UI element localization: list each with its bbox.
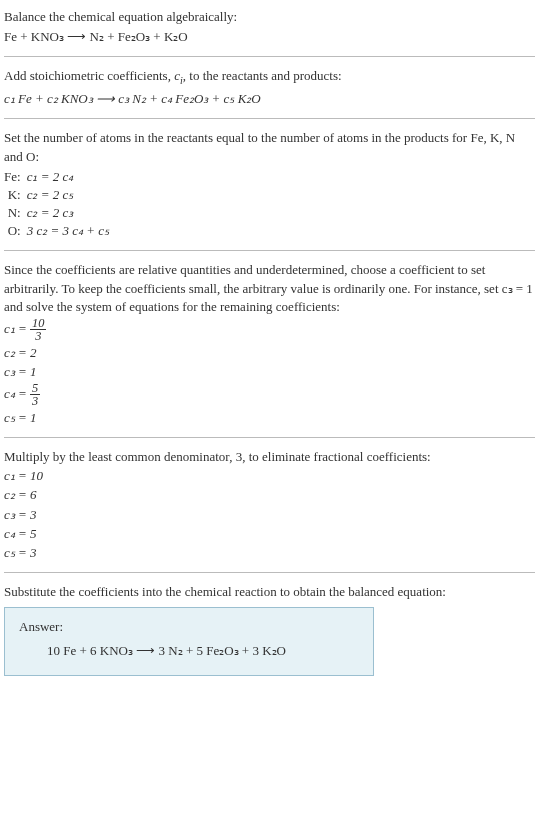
table-row: N: c₂ = 2 c₃ xyxy=(4,204,109,222)
atom-expr: c₂ = 2 c₅ xyxy=(27,186,109,204)
equation-unbalanced: Fe + KNO₃ ⟶ N₂ + Fe₂O₃ + K₂O xyxy=(4,28,535,46)
frac-den: 3 xyxy=(30,395,40,407)
coef-c4: c₄ = 5 xyxy=(4,525,535,543)
fraction: 53 xyxy=(30,382,40,408)
coef-c2: c₂ = 2 xyxy=(4,344,535,362)
atom-label: N: xyxy=(4,204,27,222)
table-row: O: 3 c₂ = 3 c₄ + c₅ xyxy=(4,222,109,240)
frac-den: 3 xyxy=(30,330,46,342)
equation-with-coeffs: c₁ Fe + c₂ KNO₃ ⟶ c₃ N₂ + c₄ Fe₂O₃ + c₅ … xyxy=(4,90,535,108)
section-balance: Balance the chemical equation algebraica… xyxy=(4,8,535,46)
divider xyxy=(4,437,535,438)
coef-c1: c₁ = 10 xyxy=(4,467,535,485)
atom-label: O: xyxy=(4,222,27,240)
coef-c3: c₃ = 3 xyxy=(4,506,535,524)
section-title: Set the number of atoms in the reactants… xyxy=(4,129,535,165)
atom-label: K: xyxy=(4,186,27,204)
section-title: Balance the chemical equation algebraica… xyxy=(4,8,535,26)
title-text-b: , to the reactants and products: xyxy=(183,68,342,83)
answer-label: Answer: xyxy=(19,618,359,636)
coef-lhs: c₁ = xyxy=(4,321,30,336)
coef-lhs: c₄ = xyxy=(4,386,30,401)
divider xyxy=(4,572,535,573)
coef-c2: c₂ = 6 xyxy=(4,486,535,504)
table-row: K: c₂ = 2 c₅ xyxy=(4,186,109,204)
section-stoich: Add stoichiometric coefficients, ci, to … xyxy=(4,67,535,108)
atom-label: Fe: xyxy=(4,168,27,186)
coef-c3: c₃ = 1 xyxy=(4,363,535,381)
atom-expr: c₁ = 2 c₄ xyxy=(27,168,109,186)
equation-balanced: 10 Fe + 6 KNO₃ ⟶ 3 N₂ + 5 Fe₂O₃ + 3 K₂O xyxy=(19,642,359,660)
section-title: Multiply by the least common denominator… xyxy=(4,448,535,466)
coef-c4: c₄ = 53 xyxy=(4,382,535,408)
atom-expr: c₂ = 2 c₃ xyxy=(27,204,109,222)
section-atom-counts: Set the number of atoms in the reactants… xyxy=(4,129,535,240)
section-title: Add stoichiometric coefficients, ci, to … xyxy=(4,67,535,88)
coef-c5: c₅ = 1 xyxy=(4,409,535,427)
answer-box: Answer: 10 Fe + 6 KNO₃ ⟶ 3 N₂ + 5 Fe₂O₃ … xyxy=(4,607,374,675)
divider xyxy=(4,118,535,119)
section-title: Substitute the coefficients into the che… xyxy=(4,583,535,601)
section-substitute: Substitute the coefficients into the che… xyxy=(4,583,535,676)
frac-num: 5 xyxy=(30,382,40,395)
coef-c1: c₁ = 103 xyxy=(4,317,535,343)
coef-c5: c₅ = 3 xyxy=(4,544,535,562)
coef-list: c₁ = 103 c₂ = 2 c₃ = 1 c₄ = 53 c₅ = 1 xyxy=(4,317,535,427)
section-solve-integer: Multiply by the least common denominator… xyxy=(4,448,535,562)
atoms-table: Fe: c₁ = 2 c₄ K: c₂ = 2 c₅ N: c₂ = 2 c₃ … xyxy=(4,168,109,241)
atom-expr: 3 c₂ = 3 c₄ + c₅ xyxy=(27,222,109,240)
coef-list: c₁ = 10 c₂ = 6 c₃ = 3 c₄ = 5 c₅ = 3 xyxy=(4,467,535,562)
divider xyxy=(4,56,535,57)
frac-num: 10 xyxy=(30,317,46,330)
table-row: Fe: c₁ = 2 c₄ xyxy=(4,168,109,186)
section-title: Since the coefficients are relative quan… xyxy=(4,261,535,316)
section-solve-fractional: Since the coefficients are relative quan… xyxy=(4,261,535,427)
divider xyxy=(4,250,535,251)
fraction: 103 xyxy=(30,317,46,343)
title-text-a: Add stoichiometric coefficients, xyxy=(4,68,174,83)
